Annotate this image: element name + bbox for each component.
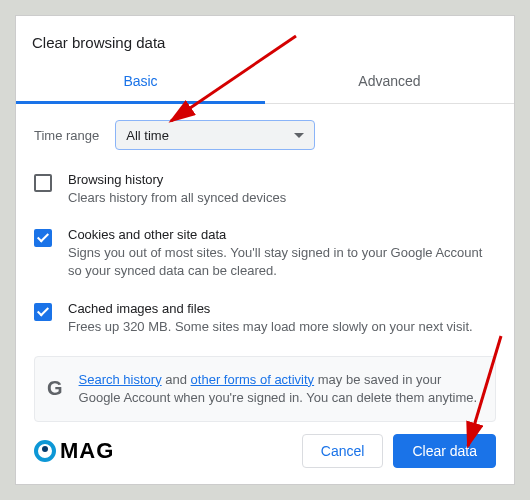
option-cached: Cached images and files Frees up 320 MB.…: [34, 301, 496, 336]
dialog-title: Clear browsing data: [16, 16, 514, 63]
pcmag-logo-icon: [34, 440, 56, 462]
option-browsing-history: Browsing history Clears history from all…: [34, 172, 496, 207]
link-other-activity[interactable]: other forms of activity: [191, 372, 315, 387]
tabs: Basic Advanced: [16, 63, 514, 104]
option-title: Cookies and other site data: [68, 227, 496, 242]
clear-data-button[interactable]: Clear data: [393, 434, 496, 468]
chevron-down-icon: [294, 133, 304, 138]
tab-basic[interactable]: Basic: [16, 63, 265, 104]
checkbox-browsing-history[interactable]: [34, 174, 52, 192]
info-box: G Search history and other forms of acti…: [34, 356, 496, 422]
info-text: Search history and other forms of activi…: [79, 371, 483, 407]
cancel-button[interactable]: Cancel: [302, 434, 384, 468]
pcmag-logo-text: MAG: [60, 438, 114, 464]
pcmag-logo: MAG: [34, 438, 114, 464]
option-cookies: Cookies and other site data Signs you ou…: [34, 227, 496, 280]
link-search-history[interactable]: Search history: [79, 372, 162, 387]
dialog-footer: MAG Cancel Clear data: [16, 422, 514, 484]
option-subtext: Frees up 320 MB. Some sites may load mor…: [68, 318, 496, 336]
clear-browsing-data-dialog: Clear browsing data Basic Advanced Time …: [15, 15, 515, 485]
time-range-value: All time: [126, 128, 169, 143]
checkbox-cookies[interactable]: [34, 229, 52, 247]
time-range-select[interactable]: All time: [115, 120, 315, 150]
google-icon: G: [47, 377, 63, 400]
option-title: Cached images and files: [68, 301, 496, 316]
checkbox-cached[interactable]: [34, 303, 52, 321]
tab-advanced[interactable]: Advanced: [265, 63, 514, 103]
time-range-label: Time range: [34, 128, 99, 143]
option-title: Browsing history: [68, 172, 496, 187]
option-subtext: Clears history from all synced devices: [68, 189, 496, 207]
time-range-row: Time range All time: [34, 120, 496, 150]
option-subtext: Signs you out of most sites. You'll stay…: [68, 244, 496, 280]
